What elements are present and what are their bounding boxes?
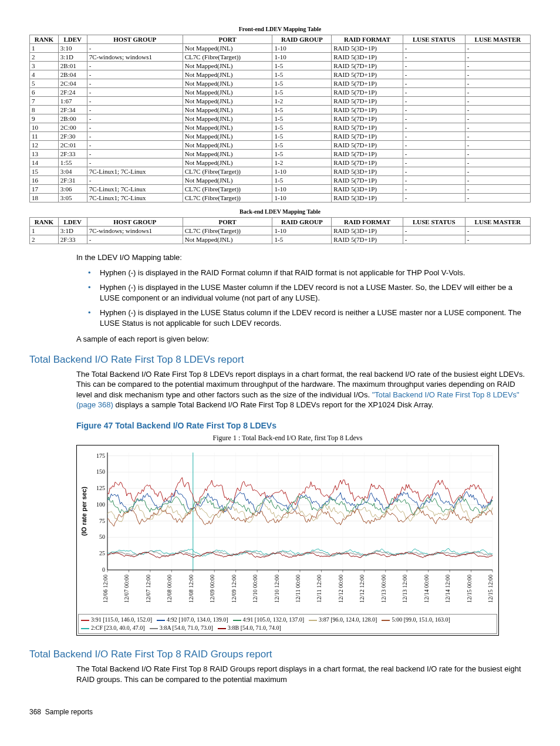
col-header: RAID GROUP — [272, 218, 332, 227]
cell: 3:1D — [58, 53, 87, 62]
cell: - — [465, 114, 530, 123]
table-row: 13:1D7C-windows; windows1CL7C (Fibre(Tar… — [30, 227, 531, 235]
front-ldev-table: RANKLDEVHOST GROUPPORTRAID GROUPRAID FOR… — [29, 35, 531, 202]
cell: - — [403, 79, 465, 88]
cell: Not Mapped(JNL) — [183, 79, 272, 88]
cell: 2F:33 — [58, 235, 87, 244]
cell: - — [465, 106, 530, 114]
cell: 9 — [30, 114, 59, 123]
legend-label: 3:91 [115.0, 146.0, 152.0] — [91, 616, 152, 623]
cell: - — [87, 176, 183, 185]
svg-text:12/11 00:00: 12/11 00:00 — [295, 575, 301, 603]
cell: Not Mapped(JNL) — [183, 158, 272, 167]
table-row: 71:67-Not Mapped(JNL)1-2RAID 5(7D+1P)-- — [30, 97, 531, 106]
cell: Not Mapped(JNL) — [183, 176, 272, 185]
cell: - — [403, 53, 465, 62]
cell: - — [403, 194, 465, 202]
legend-item: 4:91 [105.0, 132.0, 137.0] — [233, 616, 304, 624]
cell: RAID 5(7D+1P) — [332, 235, 403, 244]
legend-label: 4:92 [107.0, 134.0, 139.0] — [167, 616, 228, 623]
svg-text:12/11 12:00: 12/11 12:00 — [316, 575, 322, 603]
legend-item: 4:92 [107.0, 134.0, 139.0] — [157, 616, 228, 624]
cell: - — [465, 176, 530, 185]
cell: - — [465, 235, 530, 244]
cell: 13 — [30, 150, 59, 158]
section-title-1: Total Backend I/O Rate First Top 8 LDEVs… — [29, 354, 531, 366]
cell: RAID 5(3D+1P) — [332, 227, 403, 235]
cell: RAID 5(7D+1P) — [332, 62, 403, 70]
table-row: 22F:33-Not Mapped(JNL)1-5RAID 5(7D+1P)-- — [30, 235, 531, 244]
cell: 4 — [30, 70, 59, 79]
col-header: LDEV — [58, 218, 87, 227]
cell: - — [465, 158, 530, 167]
cell: - — [465, 97, 530, 106]
legend-item: 5:00 [99.0, 151.0, 163.0] — [382, 616, 450, 624]
col-header: RANK — [30, 218, 59, 227]
cell: 2C:01 — [58, 141, 87, 150]
cell: RAID 5(7D+1P) — [332, 176, 403, 185]
cell: - — [465, 62, 530, 70]
chart-legend: 3:91 [115.0, 146.0, 152.0]4:92 [107.0, 1… — [78, 614, 497, 634]
cell: - — [87, 114, 183, 123]
cell: 7C-Linux1; 7C-Linux — [87, 167, 183, 176]
cell: - — [403, 62, 465, 70]
cell: - — [403, 70, 465, 79]
cell: - — [465, 70, 530, 79]
page-number: 368 — [29, 708, 41, 716]
cell: 2B:01 — [58, 62, 87, 70]
cell: 15 — [30, 167, 59, 176]
cell: Not Mapped(JNL) — [183, 132, 272, 141]
cell: - — [403, 44, 465, 53]
svg-text:125: 125 — [96, 485, 105, 491]
page-footer: 368 Sample reports — [29, 708, 531, 716]
table-row: 132F:33-Not Mapped(JNL)1-5RAID 5(7D+1P)-… — [30, 150, 531, 158]
legend-item: 2:CF [23.0, 40.0, 47.0] — [81, 624, 145, 632]
cell: 1:67 — [58, 97, 87, 106]
section1-para: The Total Backend I/O Rate First Top 8 L… — [76, 369, 531, 410]
cell: - — [465, 88, 530, 97]
cell: 1-5 — [272, 79, 332, 88]
cell: RAID 5(7D+1P) — [332, 106, 403, 114]
legend-label: 3:87 [96.0, 124.0, 128.0] — [319, 616, 377, 623]
col-header: HOST GROUP — [87, 35, 183, 44]
svg-text:12/12 00:00: 12/12 00:00 — [338, 575, 344, 603]
col-header: LUSE STATUS — [403, 218, 465, 227]
table-row: 153:047C-Linux1; 7C-LinuxCL7C (Fibre(Tar… — [30, 167, 531, 176]
cell: - — [403, 114, 465, 123]
legend-item: 3:8A [54.0, 71.0, 73.0] — [150, 624, 213, 632]
legend-swatch — [81, 620, 89, 621]
cell: - — [403, 97, 465, 106]
svg-text:12/15 12:00: 12/15 12:00 — [487, 575, 494, 603]
table-row: 32B:01-Not Mapped(JNL)1-5RAID 5(7D+1P)-- — [30, 62, 531, 70]
svg-text:12/13 00:00: 12/13 00:00 — [380, 575, 387, 603]
bullet-item: Hyphen (-) is displayed in the RAID Form… — [88, 268, 531, 278]
legend-item: 3:91 [115.0, 146.0, 152.0] — [81, 616, 152, 624]
intro-text: In the LDEV I/O Mapping table: — [76, 252, 531, 263]
cell: RAID 5(7D+1P) — [332, 70, 403, 79]
cell: - — [403, 150, 465, 158]
cell: 18 — [30, 194, 59, 202]
cell: 1 — [30, 227, 59, 235]
table-row: 42B:04-Not Mapped(JNL)1-5RAID 5(7D+1P)-- — [30, 70, 531, 79]
col-header: RANK — [30, 35, 59, 44]
cell: 3:1D — [58, 227, 87, 235]
legend-swatch — [81, 628, 89, 629]
cell: - — [465, 132, 530, 141]
table-row: 112F:30-Not Mapped(JNL)1-5RAID 5(7D+1P)-… — [30, 132, 531, 141]
section2-para: The Total Backend I/O Rate First Top 8 R… — [76, 664, 531, 684]
cell: RAID 5(7D+1P) — [332, 123, 403, 132]
cell: 2C:00 — [58, 123, 87, 132]
cell: Not Mapped(JNL) — [183, 150, 272, 158]
cell: - — [403, 185, 465, 194]
cell: 1-10 — [272, 185, 332, 194]
col-header: RAID FORMAT — [332, 35, 403, 44]
cell: 10 — [30, 123, 59, 132]
svg-text:175: 175 — [96, 453, 105, 459]
cell: RAID 5(3D+1P) — [332, 194, 403, 202]
cell: 1-5 — [272, 132, 332, 141]
cell: 1 — [30, 44, 59, 53]
cell: 2F:31 — [58, 176, 87, 185]
cell: - — [403, 235, 465, 244]
cell: 1-5 — [272, 114, 332, 123]
cell: Not Mapped(JNL) — [183, 62, 272, 70]
